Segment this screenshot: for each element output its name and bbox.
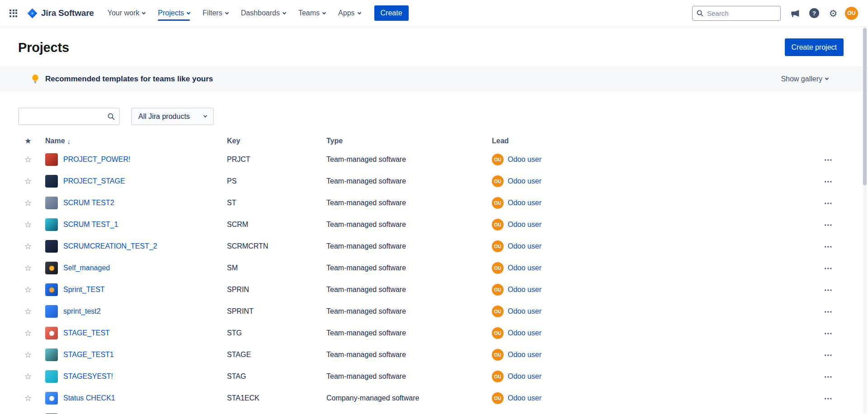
chevron-down-icon [225,10,228,14]
project-name-link[interactable]: Self_managed [63,264,110,272]
favorite-star-icon[interactable]: ☆ [24,155,32,164]
lead-link[interactable]: Odoo user [508,199,542,207]
project-name-link[interactable]: PROJECT_STAGE [63,177,125,185]
primary-nav: Your workProjectsFiltersDashboardsTeamsA… [108,0,373,26]
app-switcher-icon[interactable] [7,7,19,19]
favorite-star-icon[interactable]: ☆ [24,220,32,229]
lead-link[interactable]: Odoo user [508,372,542,381]
project-avatar-icon [45,175,58,188]
lead-link[interactable]: Odoo user [508,264,542,272]
table-row: ☆sprint_test2SPRINTTeam-managed software… [0,301,868,322]
scrollbar-thumb[interactable] [863,28,867,185]
lead-link[interactable]: Odoo user [508,329,542,337]
scrollbar-track[interactable] [863,27,867,414]
row-more-actions-button[interactable]: ⋯ [821,393,836,404]
create-project-button[interactable]: Create project [785,38,844,56]
favorite-star-icon[interactable]: ☆ [24,285,32,294]
create-button[interactable]: Create [374,5,409,21]
user-avatar[interactable]: OU [845,7,858,20]
app-name: Jira Software [41,8,94,18]
project-key: SPRINT [227,307,326,315]
row-more-actions-button[interactable]: ⋯ [821,372,836,382]
favorite-star-icon[interactable]: ☆ [24,198,32,207]
settings-button[interactable]: ⚙ [826,6,840,20]
lead-link[interactable]: Odoo user [508,177,542,185]
lead-link[interactable]: Odoo user [508,394,542,402]
projects-search-input[interactable] [18,108,120,125]
row-more-actions-button[interactable]: ⋯ [821,263,836,273]
project-name-link[interactable]: STAGE_TEST [63,329,110,337]
templates-banner: Recommended templates for teams like you… [0,66,868,92]
project-type: Team-managed software [326,372,492,381]
project-type: Team-managed software [326,155,492,164]
lead-avatar: OU [492,284,504,296]
favorite-star-icon[interactable]: ☆ [24,242,32,251]
favorite-star-icon[interactable]: ☆ [24,177,32,186]
favorite-star-icon[interactable]: ☆ [24,307,32,316]
lead-avatar: OU [492,349,504,361]
project-name-link[interactable]: STAGESYEST! [63,372,113,381]
row-more-actions-button[interactable]: ⋯ [821,306,836,317]
type-column-header[interactable]: Type [326,137,492,145]
lead-column-header[interactable]: Lead [492,137,816,145]
table-row: ☆SCRUMCREATION_TEST_2SCRMCRTNTeam-manage… [0,235,868,257]
nav-item-your-work[interactable]: Your work [108,0,146,26]
project-name-link[interactable]: Status CHECK1 [63,394,115,402]
table-row: ☆SCRUM TEST2STTeam-managed softwareOUOdo… [0,192,868,214]
lead-avatar: OU [492,240,504,252]
product-filter-dropdown[interactable]: All Jira products [131,108,214,125]
help-button[interactable]: ? [807,6,821,20]
lead-link[interactable]: Odoo user [508,242,542,250]
lead-link[interactable]: Odoo user [508,155,542,164]
project-name-link[interactable]: PROJECT_POWER! [63,155,130,164]
favorite-star-icon[interactable]: ☆ [24,263,32,273]
nav-item-teams[interactable]: Teams [298,0,326,26]
project-avatar-icon [45,283,58,296]
project-name-link[interactable]: Sprint_TEST [63,286,105,294]
search-icon [107,113,115,122]
row-more-actions-button[interactable]: ⋯ [821,241,836,252]
row-more-actions-button[interactable]: ⋯ [821,350,836,360]
project-name-link[interactable]: STAGE_TEST1 [63,351,114,359]
project-name-link[interactable]: SCRUM TEST_1 [63,221,118,229]
jira-logo[interactable]: Jira Software [27,8,94,19]
nav-item-dashboards[interactable]: Dashboards [241,0,286,26]
favorite-star-icon[interactable]: ☆ [24,394,32,403]
table-row: ☆STAGE_TESTSTGTeam-managed softwareOUOdo… [0,322,868,344]
project-type: Team-managed software [326,264,492,272]
nav-item-apps[interactable]: Apps [338,0,360,26]
favorite-star-icon[interactable]: ☆ [24,350,32,359]
nav-item-projects[interactable]: Projects [158,0,190,26]
lead-avatar: OU [492,154,504,165]
table-row: ☆PROJECT_STAGEPSTeam-managed softwareOUO… [0,170,868,192]
project-name-link[interactable]: SCRUMCREATION_TEST_2 [63,242,157,250]
row-more-actions-button[interactable]: ⋯ [821,220,836,230]
project-name-link[interactable]: SCRUM TEST2 [63,199,114,207]
row-more-actions-button[interactable]: ⋯ [821,198,836,208]
star-column-header[interactable]: ★ [18,137,38,145]
announcements-button[interactable] [788,6,802,20]
project-name-link[interactable]: sprint_test2 [63,307,101,315]
project-avatar-icon [45,370,58,383]
project-key: SCRMCRTN [227,242,326,250]
nav-item-filters[interactable]: Filters [203,0,228,26]
favorite-star-icon[interactable]: ☆ [24,329,32,338]
key-column-header[interactable]: Key [227,137,326,145]
row-more-actions-button[interactable]: ⋯ [821,328,836,339]
lead-link[interactable]: Odoo user [508,286,542,294]
global-search [692,6,781,21]
name-column-header[interactable]: Name ↓ [38,137,227,145]
lead-link[interactable]: Odoo user [508,221,542,229]
row-more-actions-button[interactable]: ⋯ [821,176,836,187]
favorite-star-icon[interactable]: ☆ [24,372,32,381]
global-search-input[interactable] [692,6,781,21]
row-more-actions-button[interactable]: ⋯ [821,285,836,295]
table-row: ☆SCRUM TEST_1SCRMTeam-managed softwareOU… [0,214,868,235]
lead-avatar: OU [492,197,504,209]
lead-avatar: OU [492,175,504,187]
project-key: ST [227,199,326,207]
lead-link[interactable]: Odoo user [508,351,542,359]
lead-link[interactable]: Odoo user [508,307,542,315]
show-gallery-button[interactable]: Show gallery [781,75,828,83]
row-more-actions-button[interactable]: ⋯ [821,155,836,165]
